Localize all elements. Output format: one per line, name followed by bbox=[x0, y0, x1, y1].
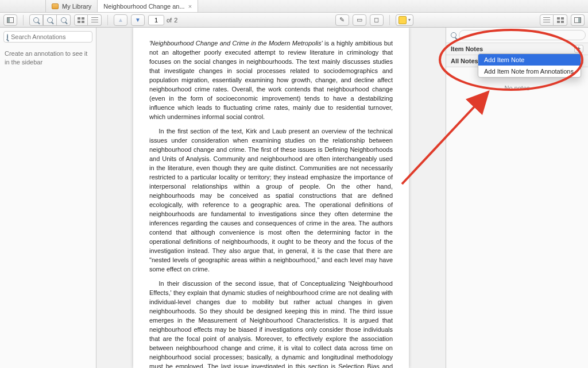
right-view-b-button[interactable] bbox=[554, 14, 567, 26]
lines-icon bbox=[543, 17, 550, 23]
add-note-menu: Add Item Note Add Item Note from Annotat… bbox=[478, 53, 581, 78]
page-total: 2 bbox=[174, 17, 177, 24]
color-swatch-icon bbox=[399, 16, 407, 24]
toggle-right-sidebar-button[interactable] bbox=[571, 14, 585, 26]
sidebar-left-icon bbox=[7, 17, 14, 23]
highlight-color-button[interactable]: ▾ bbox=[396, 14, 413, 26]
annotations-empty-hint: Create an annotation to see it in the si… bbox=[0, 46, 96, 70]
doc-p1: is a highly ambitious but not an altoget… bbox=[149, 40, 393, 120]
zoom-out-button[interactable] bbox=[29, 14, 43, 26]
doc-title-italic: 'Neighbourhood Change and Crime in the M… bbox=[149, 40, 323, 47]
doc-p3: In their discussion of the second issue,… bbox=[149, 279, 393, 368]
zoom-reset-button[interactable] bbox=[57, 14, 71, 26]
view-outline-button[interactable] bbox=[88, 14, 102, 26]
annotations-sidebar: Create an annotation to see it in the si… bbox=[0, 28, 96, 368]
view-mode-group bbox=[74, 14, 102, 26]
page-indicator: of 2 bbox=[148, 15, 177, 25]
grid-icon bbox=[78, 17, 84, 23]
annotate-area-button[interactable]: ◻ bbox=[370, 14, 384, 26]
pencil-icon: ✎ bbox=[339, 16, 345, 24]
arrow-up-icon: ▲ bbox=[118, 17, 123, 23]
sidebar-right-icon bbox=[574, 17, 581, 23]
toggle-left-sidebar-button[interactable] bbox=[3, 14, 17, 26]
zoom-in-button[interactable] bbox=[43, 14, 57, 26]
page-of-label: of bbox=[167, 17, 172, 24]
document-viewport[interactable]: 'Neighbourhood Change and Crime in the M… bbox=[96, 28, 446, 368]
tab-label: My Library bbox=[62, 3, 91, 10]
annotate-highlight-button[interactable]: ✎ bbox=[335, 14, 349, 26]
toolbar: ▲ ▼ of 2 ✎ ▭ ◻ ▾ bbox=[0, 13, 588, 28]
zoom-in-icon bbox=[47, 17, 53, 23]
add-item-note-button[interactable]: + bbox=[574, 45, 583, 53]
page-number-input[interactable] bbox=[148, 15, 164, 25]
note-icon: ▭ bbox=[357, 16, 362, 24]
next-page-button[interactable]: ▼ bbox=[131, 14, 145, 26]
all-notes-label: All Notes bbox=[451, 57, 478, 64]
notes-sidebar: Item Notes + All Notes + No notes bbox=[446, 28, 588, 368]
view-thumbnails-button[interactable] bbox=[74, 14, 88, 26]
doc-p2: In the first section of the text, Kirk a… bbox=[149, 127, 393, 274]
pdf-page: 'Neighbourhood Change and Crime in the M… bbox=[133, 28, 409, 368]
annotation-search-input[interactable] bbox=[11, 33, 90, 40]
separator bbox=[389, 15, 390, 25]
area-icon: ◻ bbox=[374, 16, 379, 24]
tab-bar: My Library Neighbourhood Change an... × bbox=[0, 0, 588, 13]
chevron-down-icon: ▾ bbox=[408, 17, 411, 22]
tab-spacer bbox=[0, 0, 46, 12]
tab-label: Neighbourhood Change an... bbox=[103, 3, 184, 10]
zoom-out-icon bbox=[33, 17, 39, 23]
annotation-search[interactable] bbox=[3, 31, 92, 43]
arrow-down-icon: ▼ bbox=[135, 17, 141, 23]
search-icon bbox=[7, 34, 8, 40]
separator bbox=[107, 15, 108, 25]
list-icon bbox=[91, 17, 98, 23]
item-notes-label: Item Notes bbox=[451, 45, 483, 52]
search-icon bbox=[451, 32, 457, 38]
tab-my-library[interactable]: My Library bbox=[46, 0, 98, 12]
notes-search-input[interactable] bbox=[459, 30, 586, 40]
folder-icon bbox=[52, 3, 59, 9]
right-view-a-button[interactable] bbox=[540, 14, 554, 26]
zoom-group bbox=[29, 14, 71, 26]
tab-document[interactable]: Neighbourhood Change an... × bbox=[98, 0, 198, 12]
zoom-reset-icon bbox=[61, 17, 67, 23]
separator bbox=[23, 15, 24, 25]
menu-add-item-note-from-annotations[interactable]: Add Item Note from Annotations bbox=[478, 66, 581, 77]
grid2-icon bbox=[557, 17, 564, 23]
prev-page-button[interactable]: ▲ bbox=[114, 14, 127, 26]
menu-add-item-note[interactable]: Add Item Note bbox=[478, 54, 581, 66]
right-view-group bbox=[540, 14, 567, 26]
annotate-note-button[interactable]: ▭ bbox=[353, 14, 366, 26]
close-icon[interactable]: × bbox=[188, 3, 192, 10]
